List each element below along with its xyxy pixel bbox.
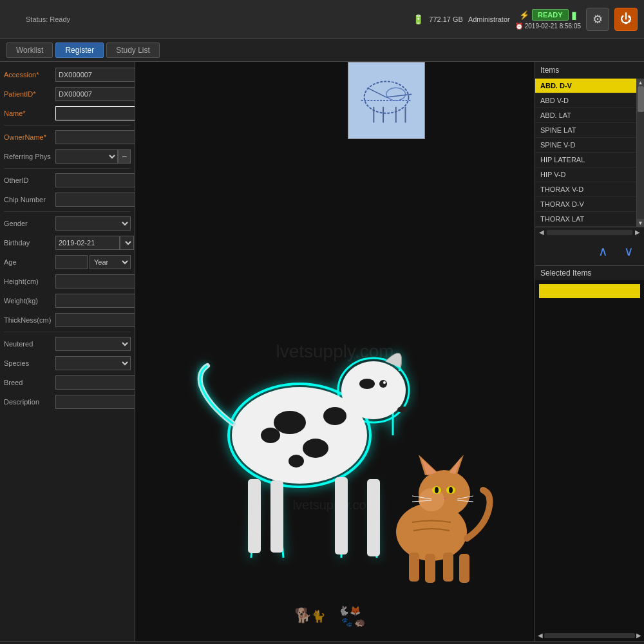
species-label: Species — [4, 359, 55, 367]
gender-select[interactable] — [55, 216, 131, 231]
height-input[interactable] — [55, 274, 135, 289]
description-row: Description — [4, 394, 131, 410]
cat-image — [367, 448, 496, 590]
list-item[interactable]: HIP V-D — [535, 167, 636, 182]
items-h-scrollbar: ◀ ▶ — [535, 227, 644, 237]
scroll-down-button[interactable]: ▼ — [637, 219, 645, 227]
svg-rect-52 — [459, 554, 469, 583]
age-unit-select[interactable]: Year Month Day — [90, 255, 131, 269]
svg-point-19 — [341, 361, 406, 419]
settings-button[interactable]: ⚙ — [586, 8, 609, 31]
svg-rect-26 — [335, 477, 348, 554]
chipnumber-label: Chip Number — [4, 196, 55, 204]
tab-register[interactable]: Register — [55, 43, 104, 58]
svg-point-30 — [397, 406, 408, 413]
birthday-input[interactable] — [55, 236, 120, 250]
list-item[interactable]: THORAX LAT — [535, 212, 636, 227]
breed-input[interactable] — [55, 375, 135, 390]
h-scroll-right[interactable]: ▶ — [634, 229, 641, 236]
thickness-input[interactable] — [55, 313, 135, 327]
species-select[interactable] — [55, 356, 131, 370]
name-row: Name* — [4, 106, 131, 121]
list-item[interactable]: THORAX V-D — [535, 182, 636, 197]
accession-row: Accession* + — [4, 67, 131, 82]
age-row: Age Year Month Day — [4, 254, 131, 270]
svg-text:🐈: 🐈 — [311, 609, 325, 623]
svg-text:🐇: 🐇 — [338, 605, 350, 616]
list-item[interactable]: HIP LATERAL — [535, 153, 636, 167]
weight-label: Weight(kg) — [4, 297, 55, 305]
patientid-input[interactable] — [55, 87, 135, 101]
selected-item-bar[interactable] — [539, 284, 640, 298]
otherid-label: OtherID — [4, 176, 55, 184]
h-scroll-left[interactable]: ◀ — [538, 229, 545, 236]
birthday-format-select[interactable] — [120, 236, 134, 250]
list-item[interactable]: SPINE V-D — [535, 138, 636, 153]
svg-text:🦊: 🦊 — [350, 605, 361, 616]
items-list-container: ABD. D-V ABD V-D ABD. LAT SPINE LAT SPIN… — [535, 79, 644, 227]
scroll-up-button[interactable]: ▲ — [637, 79, 645, 86]
svg-rect-28 — [248, 479, 261, 553]
svg-rect-50 — [425, 554, 435, 583]
birthday-row: Birthday — [4, 235, 131, 251]
referring-label: Referring Phys — [4, 153, 55, 160]
datetime-display: 2019-02-21 8:56:05 — [525, 23, 581, 30]
items-title: Items — [535, 62, 644, 79]
svg-rect-49 — [409, 553, 419, 582]
ready-badge: READY — [532, 9, 569, 21]
list-item[interactable]: SPINE LAT — [535, 123, 636, 138]
items-scrollbar: ▲ ▼ — [636, 79, 644, 227]
divider-4 — [4, 332, 131, 332]
age-input[interactable] — [55, 255, 88, 269]
referring-minus-btn[interactable]: − — [118, 149, 131, 164]
svg-text:🐕: 🐕 — [294, 607, 312, 624]
scroll-track — [637, 86, 645, 219]
accession-label: Accession* — [4, 71, 55, 79]
svg-point-20 — [274, 411, 306, 434]
svg-point-25 — [359, 379, 375, 389]
name-input[interactable] — [55, 106, 135, 120]
top-bar: Status: Ready 🔋 772.17 GB Administrator … — [0, 0, 644, 39]
description-label: Description — [4, 398, 55, 406]
accession-input[interactable] — [55, 68, 135, 82]
nav-arrows: ∧ ∨ — [535, 237, 644, 265]
xray-thumbnail — [348, 62, 425, 139]
ownername-input[interactable] — [55, 130, 135, 144]
patientid-row: PatientID* − — [4, 86, 131, 102]
selected-scroll-right[interactable]: ▶ — [636, 632, 641, 639]
animal-icon-dogcat[interactable]: 🐕 🐈 — [293, 601, 325, 629]
nav-bar: Worklist Register Study List — [0, 39, 644, 62]
tab-studylist[interactable]: Study List — [106, 43, 160, 58]
gender-label: Gender — [4, 220, 55, 227]
weight-input[interactable] — [55, 294, 135, 308]
list-item[interactable]: ABD V-D — [535, 93, 636, 108]
move-up-button[interactable]: ∧ — [592, 241, 613, 261]
svg-point-23 — [323, 407, 346, 425]
gender-row: Gender — [4, 216, 131, 231]
tab-worklist[interactable]: Worklist — [6, 43, 53, 58]
species-row: Species — [4, 355, 131, 371]
list-item[interactable]: ABD. D-V — [535, 79, 636, 93]
referring-select[interactable] — [55, 149, 118, 164]
selected-scroll-left[interactable]: ◀ — [538, 632, 543, 639]
h-scroll-track — [547, 230, 632, 235]
list-item[interactable]: THORAX D-V — [535, 197, 636, 212]
right-panel: Items ABD. D-V ABD V-D ABD. LAT SPINE LA… — [535, 62, 644, 641]
svg-rect-29 — [270, 480, 283, 553]
list-item[interactable]: ABD. LAT — [535, 108, 636, 123]
otherid-input[interactable] — [55, 173, 135, 187]
animal-icon-misc[interactable]: 🐇 🦊 🐾 🦔 — [338, 601, 377, 629]
selected-scroll-track — [544, 633, 635, 638]
thickness-label: ThickNess(cm) — [4, 316, 55, 324]
description-input[interactable] — [55, 395, 135, 409]
referring-row: Referring Phys − — [4, 149, 131, 164]
storage-icon: 🔋 — [413, 14, 424, 24]
move-down-button[interactable]: ∨ — [618, 241, 639, 261]
svg-text:🐾: 🐾 — [341, 617, 353, 627]
neutered-select[interactable] — [55, 337, 131, 351]
chipnumber-row: Chip Number — [4, 192, 131, 207]
top-right-controls: 🔋 772.17 GB Administrator ⚡ READY ▮ ⏰ 20… — [413, 8, 638, 31]
chipnumber-input[interactable] — [55, 193, 135, 207]
power-button[interactable]: ⏻ — [614, 8, 638, 31]
scroll-thumb — [638, 86, 644, 112]
